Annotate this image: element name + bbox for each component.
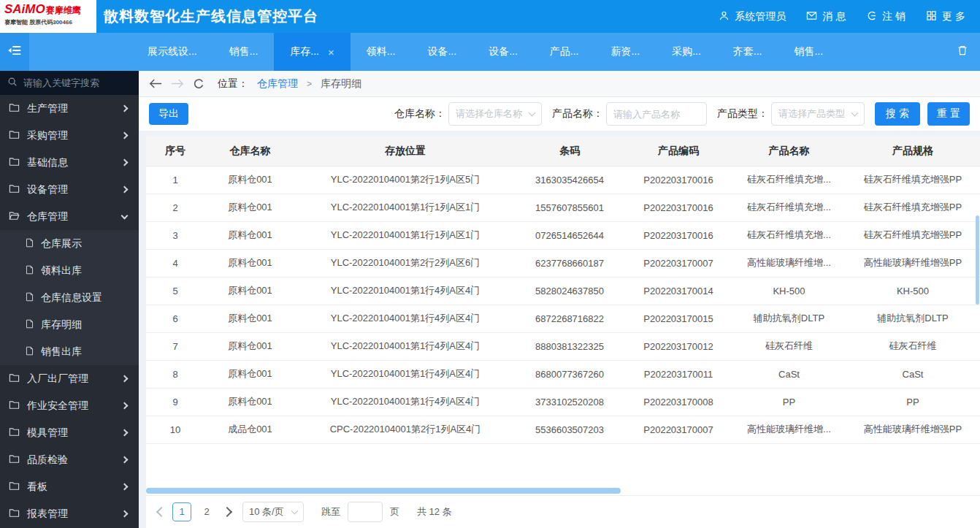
tab[interactable]: 展示线设... <box>131 33 213 71</box>
page-title: 散料数智化生产线信息管控平台 <box>104 7 318 26</box>
next-page-button[interactable] <box>222 507 232 517</box>
table-cell: P202203170012 <box>624 332 732 360</box>
column-header: 序号 <box>146 137 204 166</box>
table-row[interactable]: 4原料仓001YLC-20220104001第2行2列A区6门623776866… <box>146 249 980 277</box>
sidebar-item-quality[interactable]: 品质检验 <box>0 446 139 473</box>
sidebar-menu: 生产管理采购管理基础信息设备管理仓库管理仓库展示领料出库仓库信息设置库存明细销售… <box>0 95 139 527</box>
table-cell: 硅灰石纤维填充增强PP <box>846 166 980 194</box>
reset-button[interactable]: 重 置 <box>927 102 970 126</box>
app-header: SAiMO赛摩维鹰 赛摩智能 股票代码300466 散料数智化生产线信息管控平台… <box>0 0 980 33</box>
sidebar-subitem-label: 仓库展示 <box>41 237 82 250</box>
sidebar-item-factory-inout[interactable]: 入厂出厂管理 <box>0 365 139 392</box>
sidebar-item-label: 采购管理 <box>27 129 68 142</box>
tab[interactable]: 设备... <box>411 33 472 71</box>
tab-close-icon[interactable]: × <box>328 46 334 58</box>
table-header-row: 序号仓库名称存放位置条码产品编码产品名称产品规格 <box>146 137 980 166</box>
table-row[interactable]: 6原料仓001YLC-20220104001第1行4列A区4门687226871… <box>146 305 980 332</box>
tab[interactable]: 产品... <box>534 33 595 71</box>
prev-page-button[interactable] <box>156 507 166 517</box>
sidebar-item-equipment[interactable]: 设备管理 <box>0 176 139 203</box>
sidebar-item-board[interactable]: 看板 <box>0 473 139 500</box>
table-cell: YLC-20220104001第1行4列A区4门 <box>296 360 515 388</box>
document-icon <box>25 346 34 358</box>
table-cell: PP <box>846 388 980 416</box>
export-button[interactable]: 导出 <box>149 103 188 125</box>
sidebar-item-label: 生产管理 <box>27 102 68 115</box>
jump-page-input[interactable] <box>348 502 383 522</box>
filter-placeholder: 请选择仓库名称 <box>456 107 522 120</box>
table-cell: P202203170014 <box>624 277 732 305</box>
forward-button[interactable] <box>171 78 184 89</box>
table-cell: 4 <box>146 249 204 277</box>
tab[interactable]: 薪资... <box>594 33 656 71</box>
table-row[interactable]: 9原料仓001YLC-20220104001第1行4列A区4门373310252… <box>146 388 980 416</box>
page-button-2[interactable]: 2 <box>197 502 216 521</box>
table-row[interactable]: 7原料仓001YLC-20220104001第1行4列A区4门888038132… <box>146 332 980 360</box>
header-menu-user[interactable]: 系统管理员 <box>719 10 786 23</box>
filter-select-product-type[interactable]: 请选择产品类型 <box>771 102 865 126</box>
tab[interactable]: 设备... <box>472 33 534 71</box>
tab[interactable]: 采购... <box>656 33 717 71</box>
page-button-1[interactable]: 1 <box>172 502 191 521</box>
table-cell: 9 <box>146 388 204 416</box>
refresh-button[interactable] <box>193 78 204 90</box>
table-cell: 硅灰石纤维填充增强PP <box>846 221 980 249</box>
filter-input-wrap-product-name <box>606 102 707 126</box>
horizontal-scrollbar[interactable] <box>146 488 621 494</box>
table-cell: P202203170015 <box>624 305 732 332</box>
table-row[interactable]: 10成品仓001CPC-20220104001第2行1列A区4门55366035… <box>146 416 980 443</box>
filter-input-product-name[interactable] <box>613 109 700 120</box>
header-menu-more[interactable]: 更 多 <box>926 10 965 23</box>
filter-select-warehouse-name[interactable]: 请选择仓库名称 <box>448 102 542 126</box>
tab[interactable]: 领料... <box>351 33 412 71</box>
sidebar-item-warehouse[interactable]: 仓库管理 <box>0 203 139 230</box>
table-row[interactable]: 3原料仓001YLC-20220104001第1行1列A区1门072651465… <box>146 221 980 249</box>
sidebar-subitem-label: 领料出库 <box>41 264 82 278</box>
table-row[interactable]: 1原料仓001YLC-20220104001第2行1列A区5门316303542… <box>146 166 980 194</box>
table-cell: 3 <box>146 221 204 249</box>
sidebar-item-warehouse-info-settings[interactable]: 仓库信息设置 <box>0 284 139 311</box>
search-button[interactable]: 搜 索 <box>875 102 920 126</box>
tab[interactable]: 销售... <box>778 33 839 71</box>
sidebar-item-warehouse-display[interactable]: 仓库展示 <box>0 230 139 257</box>
sidebar-subitem-label: 仓库信息设置 <box>41 291 102 305</box>
tab-label: 展示线设... <box>148 45 197 58</box>
page-size-select[interactable]: 10 条/页 <box>242 502 304 522</box>
tab-active[interactable]: 库存...× <box>274 33 350 71</box>
table-cell: 6 <box>146 305 204 332</box>
vertical-scrollbar[interactable] <box>976 215 979 305</box>
chevron-down-icon <box>121 212 129 219</box>
header-menu-messages[interactable]: 消 息 <box>806 10 846 23</box>
search-input[interactable] <box>23 77 129 88</box>
table-row[interactable]: 8原料仓001YLC-20220104001第1行4列A区4门868007736… <box>146 360 980 388</box>
sidebar-item-sales-outbound[interactable]: 销售出库 <box>0 338 139 365</box>
table-panel: 序号仓库名称存放位置条码产品编码产品名称产品规格 1原料仓001YLC-2022… <box>146 137 980 528</box>
tab[interactable]: 齐套... <box>717 33 778 71</box>
breadcrumb-parent-link[interactable]: 仓库管理 <box>257 77 298 91</box>
sidebar-item-work-safety[interactable]: 作业安全管理 <box>0 392 139 419</box>
sidebar-item-purchase[interactable]: 采购管理 <box>0 122 139 149</box>
folder-icon <box>9 129 20 142</box>
back-button[interactable] <box>149 78 162 89</box>
header-menu-logout[interactable]: 注 销 <box>866 10 906 23</box>
sidebar-item-production[interactable]: 生产管理 <box>0 95 139 122</box>
close-all-tabs-button[interactable] <box>957 33 980 71</box>
table-cell: 原料仓001 <box>204 360 296 388</box>
table-cell: P202203170011 <box>624 360 732 388</box>
table-cell: 2 <box>146 194 204 221</box>
sidebar-item-material-outbound[interactable]: 领料出库 <box>0 257 139 284</box>
sidebar-item-basic-info[interactable]: 基础信息 <box>0 149 139 176</box>
table-cell: P202203170016 <box>624 166 732 194</box>
table-row[interactable]: 5原料仓001YLC-20220104001第1行4列A区4门582802463… <box>146 277 980 305</box>
collapse-sidebar-button[interactable] <box>0 33 29 71</box>
folder-icon <box>9 426 20 440</box>
table-cell: 原料仓001 <box>204 221 296 249</box>
table-cell: CaSt <box>732 360 846 388</box>
filter-label-product-name: 产品名称： <box>552 107 603 120</box>
table-row[interactable]: 2原料仓001YLC-20220104001第1行1列A区1门155760785… <box>146 194 980 221</box>
sidebar-item-inventory-detail[interactable]: 库存明细 <box>0 311 139 338</box>
chevron-right-icon <box>121 375 129 383</box>
sidebar-item-mold[interactable]: 模具管理 <box>0 419 139 446</box>
sidebar-item-report[interactable]: 报表管理 <box>0 500 139 527</box>
tab[interactable]: 销售... <box>213 33 275 71</box>
